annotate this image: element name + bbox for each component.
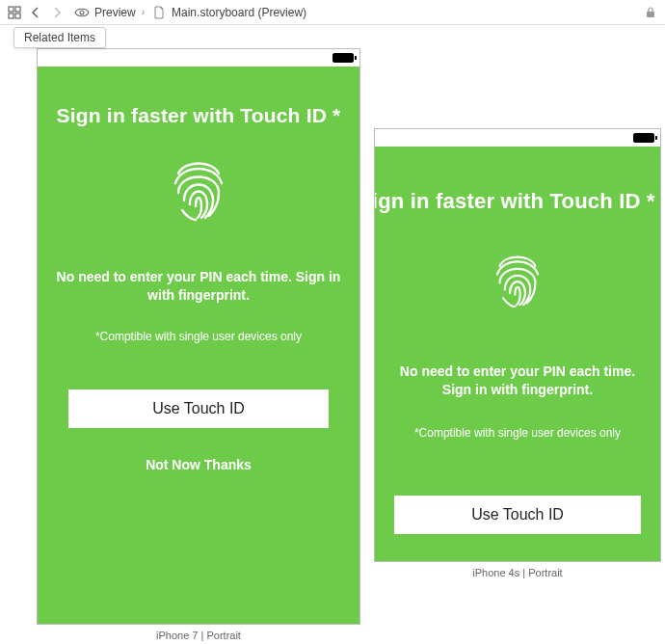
status-bar [38, 49, 359, 67]
subtitle-label: No need to enter your PIN each time. Sig… [51, 268, 346, 305]
status-bar [375, 129, 660, 147]
not-now-button[interactable]: Not Now Thanks [146, 457, 252, 472]
preview-canvas: Sign in faster with Touch ID * No need t… [0, 25, 665, 644]
device-label: iPhone 4s | Portrait [375, 567, 660, 578]
svg-rect-0 [9, 7, 13, 12]
grid-icon[interactable] [6, 4, 23, 21]
app-screen: Sign in faster with Touch ID * No need t… [38, 67, 359, 624]
fingerprint-icon [167, 154, 230, 222]
toolbar: Preview › Main.storyboard (Preview) [0, 0, 665, 25]
primary-button-label: Use Touch ID [471, 506, 564, 523]
device-preview-iphone7: Sign in faster with Touch ID * No need t… [37, 48, 360, 625]
preview-eye-icon[interactable] [73, 4, 91, 21]
title-label: Sign in faster with Touch ID * [57, 103, 341, 127]
title-label: Sign in faster with Touch ID * [375, 189, 651, 214]
app-screen: Sign in faster with Touch ID * No need t… [375, 147, 660, 561]
fingerprint-icon [490, 249, 545, 309]
svg-rect-3 [15, 13, 20, 18]
footnote-label: *Comptible with single user devices only [95, 330, 302, 343]
related-items-popover[interactable]: Related Items [13, 27, 106, 48]
use-touch-id-button[interactable]: Use Touch ID [394, 496, 641, 534]
svg-rect-5 [647, 12, 654, 17]
lock-icon[interactable] [642, 4, 659, 21]
related-items-label: Related Items [24, 31, 95, 44]
forward-icon[interactable] [48, 4, 66, 21]
battery-icon [332, 53, 354, 63]
svg-rect-2 [9, 13, 13, 18]
primary-button-label: Use Touch ID [152, 400, 245, 417]
footnote-label: *Comptible with single user devices only [414, 426, 621, 440]
breadcrumb-file[interactable]: Main.storyboard (Preview) [172, 6, 306, 19]
chevron-right-icon: › [142, 7, 145, 17]
device-preview-iphone4s: Sign in faster with Touch ID * No need t… [374, 128, 661, 562]
device-label: iPhone 7 | Portrait [38, 630, 359, 641]
subtitle-label: No need to enter your PIN each time. Sig… [385, 362, 651, 399]
back-icon[interactable] [27, 4, 44, 21]
battery-icon [633, 133, 654, 143]
svg-rect-1 [15, 7, 20, 12]
storyboard-file-icon [150, 4, 168, 21]
breadcrumb-preview[interactable]: Preview [94, 6, 136, 19]
use-touch-id-button[interactable]: Use Touch ID [68, 389, 329, 428]
secondary-button-label: Not Now Thanks [146, 457, 252, 472]
svg-point-4 [80, 11, 84, 14]
